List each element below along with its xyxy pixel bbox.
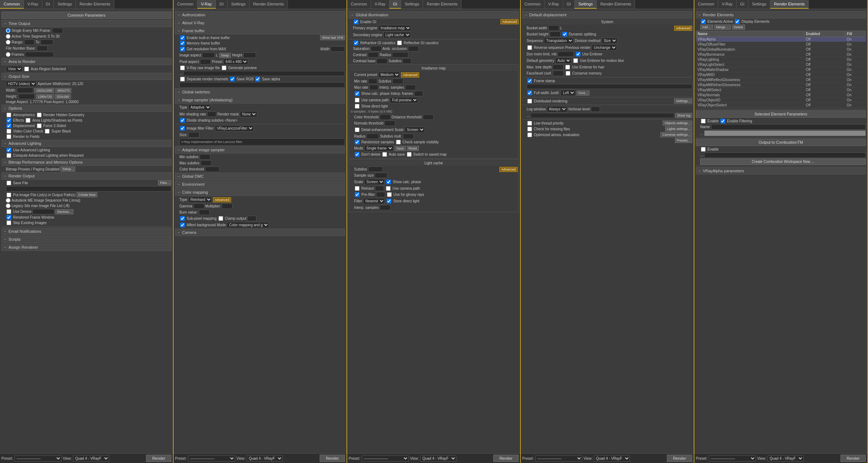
output-path-input[interactable] (6, 186, 171, 191)
preset-select-2[interactable]: -------------------- (188, 455, 235, 462)
sys-advanced-btn[interactable]: Advanced (674, 26, 692, 31)
lc-interp-input[interactable]: 10 (380, 205, 391, 210)
objects-settings-btn[interactable]: Objects settings... (663, 121, 692, 126)
preset-select-3[interactable]: -------------------- (362, 455, 409, 462)
combustion-enable-cb[interactable] (701, 147, 706, 152)
frame-stamp-input[interactable]: V-Ray %vrayversion | file %filename | fr… (527, 84, 692, 89)
separate-channels-cb[interactable] (180, 77, 185, 81)
alpha-path-input[interactable] (179, 82, 345, 88)
render-btn-1[interactable]: Render (146, 455, 171, 462)
tab-settings-4[interactable]: Settings (575, 0, 597, 9)
table-row[interactable]: VRayLightSelectOffOn (696, 62, 866, 67)
view-select-4[interactable]: Quad 4 - VRayF (594, 455, 630, 462)
log-file-input[interactable]: %TEMP%\VRayLog.txt (531, 113, 674, 118)
render-btn-2[interactable]: Render (320, 455, 345, 462)
file-number-input[interactable]: 0 (37, 46, 48, 51)
files-btn[interactable]: Files... (158, 180, 171, 185)
tab-settings-3[interactable]: Settings (401, 0, 423, 9)
tab-vray-4[interactable]: V-Ray (545, 0, 563, 9)
generate-preview-cb[interactable] (222, 66, 226, 70)
tab-render-elements-2[interactable]: Render Elements (250, 0, 288, 9)
lc-prefilter-input[interactable]: 50 (376, 192, 385, 197)
height-input[interactable]: 2250 (18, 94, 35, 99)
se-name-input[interactable]: VRayAlpha (711, 124, 866, 130)
irr-advanced-btn[interactable]: Advanced (401, 72, 419, 77)
res1-btn[interactable]: 1920x1080 (34, 88, 54, 93)
frame-stamp-cb[interactable] (527, 79, 532, 83)
adaptive-sampler-section[interactable]: Adaptive image sampler (175, 146, 345, 153)
active-time-radio[interactable] (6, 34, 10, 39)
amb-occlusion-input[interactable]: 0.8 (408, 46, 419, 51)
use-advanced-cb[interactable] (7, 148, 11, 152)
min-rate-input[interactable]: -3 (368, 79, 377, 84)
lc-retrace-cb[interactable] (355, 186, 359, 191)
bucket-width-input[interactable]: 32 (548, 25, 559, 31)
irr-reset-btn[interactable]: Reset (407, 146, 419, 151)
tab-common-4[interactable]: Common (521, 0, 545, 9)
check-sample-cb[interactable] (396, 140, 401, 144)
tab-gi-5[interactable]: GI (737, 0, 749, 9)
render-btn-3[interactable]: Render (493, 455, 519, 462)
tab-settings-2[interactable]: Settings (227, 0, 250, 9)
affect-bg-cb[interactable] (180, 223, 185, 227)
assign-renderer-section[interactable]: Assign Renderer (1, 244, 171, 251)
view-select-1[interactable]: Quad 4 - VRayF (73, 455, 109, 462)
tab-gi-4[interactable]: GI (563, 0, 575, 9)
low-priority-cb[interactable] (527, 121, 532, 126)
view-select-2[interactable]: Quad 4 - VRayF (247, 455, 283, 462)
division-method-select[interactable]: Size (601, 38, 617, 44)
detail-enhance-cb[interactable] (355, 127, 359, 132)
randomize-cb[interactable] (355, 140, 359, 144)
create-workspace-btn[interactable]: Create Combustion Workspace Now ... (700, 159, 866, 165)
table-row[interactable]: VRayMtlSelectOffOn (696, 88, 866, 93)
default-displacement-section[interactable]: Default displacement (522, 11, 692, 18)
area-to-render-section[interactable]: Area to Render (1, 58, 171, 65)
get-res-cb[interactable] (180, 47, 185, 51)
table-row[interactable]: VRayIlluminanceOffOn (696, 52, 866, 57)
table-row[interactable]: VRayGlobalIlluminationOffOn (696, 47, 866, 52)
output-size-section[interactable]: Output Size (1, 73, 171, 80)
bucket-height-input[interactable]: 32 (550, 31, 561, 37)
cm-multiplier-input[interactable]: 1.0 (222, 203, 233, 209)
tab-vray-5[interactable]: V-Ray (718, 0, 737, 9)
tab-settings-1[interactable]: Settings (54, 0, 76, 9)
legacy-radio[interactable] (6, 203, 10, 208)
tab-gi-1[interactable]: GI (42, 0, 54, 9)
display-elements-cb[interactable] (735, 19, 740, 24)
show-last-vfb-btn[interactable]: Show last VFB (320, 35, 345, 40)
memory-fb-cb[interactable] (180, 41, 185, 46)
cameras-settings-btn[interactable]: Cameras settings... (660, 132, 692, 137)
color-threshold-input[interactable]: 0.002 (205, 167, 220, 172)
frame-buffer-section[interactable]: Frame buffer (175, 27, 345, 34)
sequence-select[interactable]: Triangulation (544, 38, 574, 44)
render-hidden-cb[interactable] (37, 113, 42, 117)
table-row[interactable]: VRayObjectSelectOffOn (696, 103, 866, 108)
show-calc-cb[interactable] (355, 91, 359, 96)
frames-radio[interactable] (6, 52, 10, 57)
setup-btn[interactable]: Setup... (60, 167, 75, 172)
lc-advanced-btn[interactable]: Advanced (499, 167, 518, 172)
frames-input[interactable]: 1,3,5-12 (25, 52, 54, 57)
color-mapping-section[interactable]: Color mapping (175, 189, 345, 196)
tab-settings-5[interactable]: Settings (748, 0, 770, 9)
vray-alpha-section[interactable]: VRayAlpha parameters (696, 167, 866, 174)
optimized-atmos-cb[interactable] (527, 132, 532, 137)
preset-fb-select[interactable]: 640 x 480 (224, 59, 248, 65)
camera-section[interactable]: Camera (175, 229, 345, 236)
max-subdivs-input[interactable]: 24 (201, 160, 212, 166)
compute-adv-cb[interactable] (7, 153, 11, 158)
single-radio[interactable] (6, 28, 10, 33)
sampler-type-select[interactable]: Adaptive (188, 104, 211, 110)
email-section[interactable]: Email Notifications (1, 228, 171, 235)
saturation-input[interactable]: 1.0 (371, 46, 382, 51)
irr-radius-input[interactable]: 60.0 (366, 134, 379, 139)
render-elements-section[interactable]: Render Elements (696, 11, 866, 18)
table-row[interactable]: VRayLightingOffOn (696, 57, 866, 62)
enable-gi-cb[interactable] (354, 20, 358, 24)
cm-advanced-btn[interactable]: Advanced (213, 197, 231, 202)
prev-render-select[interactable]: Unchange (592, 45, 617, 51)
save-file-cb[interactable] (7, 181, 11, 185)
show-log-btn[interactable]: Show log (675, 113, 692, 118)
use-embree-cb[interactable] (576, 52, 580, 56)
subdivs-irr-input[interactable]: 70 (392, 79, 403, 84)
